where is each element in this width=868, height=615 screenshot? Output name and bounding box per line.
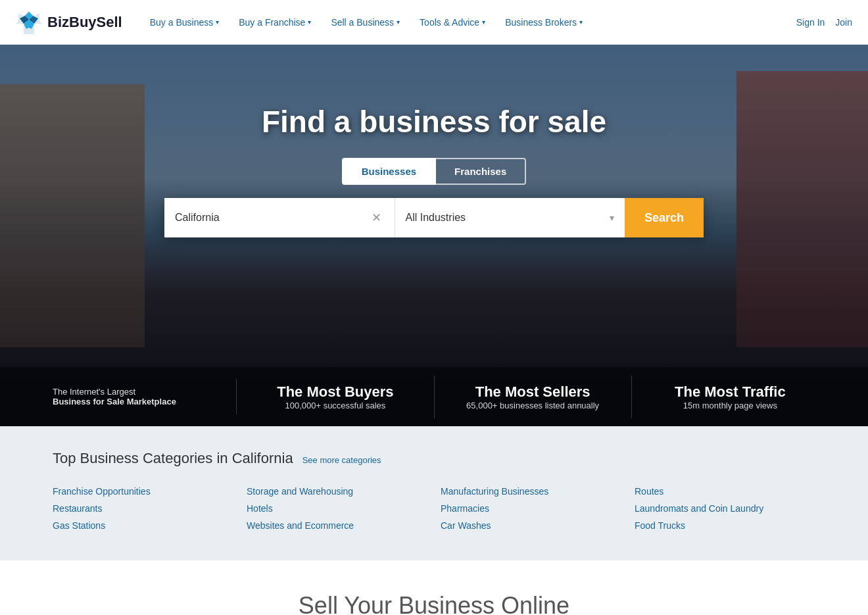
cat-hotels[interactable]: Hotels	[247, 500, 427, 517]
cat-manufacturing[interactable]: Manufacturing Businesses	[441, 483, 621, 500]
categories-col-3: Manufacturing Businesses Pharmacies Car …	[441, 483, 621, 534]
chevron-down-icon: ▾	[610, 212, 614, 223]
categories-header: Top Business Categories in California Se…	[53, 450, 815, 467]
cat-laundromats[interactable]: Laundromats and Coin Laundry	[635, 500, 815, 517]
navbar: BizBuySell Buy a Business ▾ Buy a Franch…	[0, 0, 868, 45]
categories-col-1: Franchise Opportunities Restaurants Gas …	[53, 483, 233, 534]
nav-buy-franchise[interactable]: Buy a Franchise ▾	[231, 12, 319, 33]
categories-grid: Franchise Opportunities Restaurants Gas …	[53, 483, 815, 534]
stat-most-traffic: The Most Traffic 15m monthly page views	[632, 376, 829, 418]
chevron-down-icon: ▾	[482, 18, 485, 26]
chevron-down-icon: ▾	[216, 18, 219, 26]
logo-icon	[16, 9, 42, 36]
tab-franchises[interactable]: Franchises	[436, 158, 526, 185]
nav-sell-business[interactable]: Sell a Business ▾	[323, 12, 408, 33]
nav-business-brokers[interactable]: Business Brokers ▾	[497, 12, 591, 33]
nav-tools-advice[interactable]: Tools & Advice ▾	[412, 12, 493, 33]
cat-pharmacies[interactable]: Pharmacies	[441, 500, 621, 517]
industry-label: All Industries	[406, 212, 610, 224]
nav-buy-business[interactable]: Buy a Business ▾	[142, 12, 228, 33]
cat-car-washes[interactable]: Car Washes	[441, 517, 621, 534]
stat-most-buyers: The Most Buyers 100,000+ successful sale…	[237, 376, 434, 418]
sign-in-link[interactable]: Sign In	[796, 17, 825, 28]
logo[interactable]: BizBuySell	[16, 9, 122, 36]
stats-bar: The Internet's Largest Business for Sale…	[0, 367, 868, 426]
see-more-categories-link[interactable]: See more categories	[302, 455, 381, 465]
hero-tabs: Businesses Franchises	[342, 158, 527, 185]
tab-businesses[interactable]: Businesses	[342, 158, 436, 185]
hero-search-bar: ✕ All Industries ▾ Search	[164, 198, 704, 237]
stat-most-sellers: The Most Sellers 65,000+ businesses list…	[435, 376, 632, 418]
cat-franchise-opportunities[interactable]: Franchise Opportunities	[53, 483, 233, 500]
location-input[interactable]	[175, 212, 369, 224]
categories-section: Top Business Categories in California Se…	[0, 426, 868, 560]
hero-title: Find a business for sale	[262, 104, 606, 139]
categories-col-4: Routes Laundromats and Coin Laundry Food…	[635, 483, 815, 534]
cat-storage-warehousing[interactable]: Storage and Warehousing	[247, 483, 427, 500]
sell-section: Sell Your Business Online	[0, 560, 868, 615]
logo-text: BizBuySell	[47, 14, 122, 31]
cat-routes[interactable]: Routes	[635, 483, 815, 500]
stat-internet-largest: The Internet's Largest Business for Sale…	[39, 379, 237, 414]
join-link[interactable]: Join	[835, 17, 852, 28]
cat-food-trucks[interactable]: Food Trucks	[635, 517, 815, 534]
clear-location-icon[interactable]: ✕	[369, 208, 384, 228]
nav-auth: Sign In Join	[796, 17, 852, 28]
cat-websites-ecommerce[interactable]: Websites and Ecommerce	[247, 517, 427, 534]
cat-restaurants[interactable]: Restaurants	[53, 500, 233, 517]
industry-dropdown[interactable]: All Industries ▾	[395, 198, 625, 237]
categories-col-2: Storage and Warehousing Hotels Websites …	[247, 483, 427, 534]
categories-title: Top Business Categories in California	[53, 450, 293, 467]
chevron-down-icon: ▾	[397, 18, 400, 26]
hero-section: Find a business for sale Businesses Fran…	[0, 45, 868, 426]
cat-gas-stations[interactable]: Gas Stations	[53, 517, 233, 534]
search-button[interactable]: Search	[625, 198, 704, 237]
sell-title: Sell Your Business Online	[53, 592, 815, 615]
chevron-down-icon: ▾	[579, 18, 583, 26]
nav-links: Buy a Business ▾ Buy a Franchise ▾ Sell …	[142, 12, 796, 33]
search-location-field: ✕	[164, 198, 395, 237]
chevron-down-icon: ▾	[308, 18, 311, 26]
